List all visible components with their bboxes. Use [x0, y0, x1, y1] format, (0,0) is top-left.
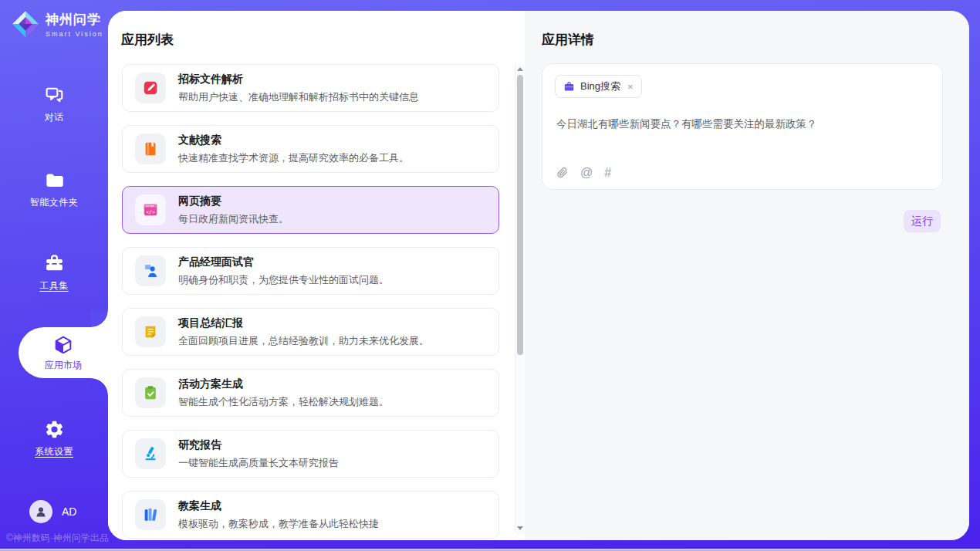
sidebar-item-smart-folder[interactable]: 智能文件夹: [0, 170, 108, 209]
chat-icon: [44, 85, 65, 106]
user-account[interactable]: AD: [29, 500, 76, 523]
microscope-icon: [135, 438, 166, 469]
sidebar: 神州问学 Smart Vision 对话 智能文件夹: [0, 0, 108, 549]
sidebar-item-app-market[interactable]: 应用市场: [19, 327, 108, 378]
app-card-pm-interviewer[interactable]: 产品经理面试官 明确身份和职责，为您提供专业性的面试问题。: [122, 247, 499, 295]
app-card-research-report[interactable]: 研究报告 一键智能生成高质量长文本研究报告: [122, 430, 499, 478]
app-card-text: 招标文件解析 帮助用户快速、准确地理解和解析招标书中的关键信息: [178, 73, 419, 104]
folder-icon: [44, 170, 65, 191]
sidebar-item-toolset[interactable]: 工具集: [0, 253, 108, 292]
books-icon: [135, 499, 166, 530]
interviewer-icon: [135, 255, 166, 286]
app-card-desc: 明确身份和职责，为您提供专业性的面试问题。: [178, 273, 389, 287]
app-card-literature-search[interactable]: 文献搜索 快速精准查找学术资源，提高研究效率的必备工具。: [122, 125, 499, 173]
composer-card: Bing搜索 × 今日湖北有哪些新闻要点？有哪些需要关注的最新政策？ @ #: [542, 63, 943, 190]
edit-document-icon: [135, 73, 166, 103]
active-tab-curve-bottom: [91, 378, 108, 395]
scrollbar-thumb[interactable]: [517, 75, 523, 355]
sidebar-item-label: 应用市场: [45, 359, 82, 372]
sidebar-item-label: 系统设置: [35, 445, 73, 458]
app-list-panel: 应用列表 招标文件解析 帮助用户快速、准确地理解和解析招标书中的关键信息: [108, 11, 525, 540]
app-detail-title: 应用详情: [542, 31, 594, 49]
app-card-desc: 一键智能生成高质量长文本研究报告: [178, 456, 339, 470]
app-window: 神州问学 Smart Vision 对话 智能文件夹: [0, 0, 980, 549]
app-card-title: 项目总结汇报: [178, 316, 429, 330]
tool-chip-label: Bing搜索: [580, 79, 620, 93]
user-initials: AD: [62, 505, 76, 518]
toolbox-icon: [44, 253, 65, 274]
book-icon: [135, 134, 166, 164]
app-card-desc: 每日政府新闻资讯快查。: [178, 212, 289, 226]
brand-logo: 神州问学 Smart Vision: [11, 9, 103, 39]
app-card-title: 研究报告: [178, 438, 339, 452]
app-card-text: 研究报告 一键智能生成高质量长文本研究报告: [178, 438, 339, 470]
copyright-footer: ©神州数码·神州问学出品: [6, 532, 109, 545]
app-card-lesson-plan[interactable]: 教案生成 模板驱动，教案秒成，教学准备从此轻松快捷: [122, 491, 499, 539]
app-card-list: 招标文件解析 帮助用户快速、准确地理解和解析招标书中的关键信息 文献搜索: [122, 64, 499, 540]
sidebar-item-label: 智能文件夹: [30, 196, 79, 209]
app-card-desc: 帮助用户快速、准确地理解和解析招标书中的关键信息: [178, 90, 419, 104]
app-card-bid-document-parsing[interactable]: 招标文件解析 帮助用户快速、准确地理解和解析招标书中的关键信息: [122, 64, 499, 112]
app-card-title: 产品经理面试官: [178, 255, 389, 269]
app-detail-panel: 应用详情 Bing搜索 × 今日湖北有哪些新闻要点？有哪些需要关注的最新政策？: [525, 11, 969, 540]
app-card-event-plan[interactable]: 活动方案生成 智能生成个性化活动方案，轻松解决规划难题。: [122, 369, 499, 417]
hash-icon[interactable]: #: [604, 167, 611, 179]
scroll-down-icon[interactable]: [515, 523, 525, 532]
scroll-up-icon[interactable]: [515, 64, 525, 73]
brand-tagline: Smart Vision: [46, 30, 103, 38]
diamond-gem-icon: [11, 9, 40, 39]
app-card-title: 招标文件解析: [178, 73, 419, 86]
brand-name: 神州问学: [46, 11, 103, 29]
paperclip-icon[interactable]: [556, 166, 569, 179]
app-card-text: 文献搜索 快速精准查找学术资源，提高研究效率的必备工具。: [178, 134, 409, 165]
sidebar-item-settings[interactable]: 系统设置: [0, 419, 108, 458]
app-card-title: 教案生成: [178, 499, 379, 513]
gear-icon: [44, 419, 65, 440]
app-card-text: 活动方案生成 智能生成个性化活动方案，轻松解决规划难题。: [178, 377, 389, 409]
scrollbar[interactable]: [515, 64, 524, 532]
app-card-title: 文献搜索: [178, 134, 409, 147]
chip-close-icon[interactable]: ×: [627, 81, 634, 93]
briefcase-icon: [563, 81, 575, 93]
active-tab-curve-top: [91, 310, 108, 327]
app-list-title: 应用列表: [121, 31, 174, 49]
query-text[interactable]: 今日湖北有哪些新闻要点？有哪些需要关注的最新政策？: [556, 117, 928, 132]
sidebar-item-label: 工具集: [39, 279, 69, 292]
avatar-person-icon: [34, 505, 48, 519]
app-card-desc: 模板驱动，教案秒成，教学准备从此轻松快捷: [178, 517, 379, 531]
sidebar-item-label: 对话: [45, 111, 64, 124]
app-card-desc: 智能生成个性化活动方案，轻松解决规划难题。: [178, 395, 389, 409]
app-card-text: 项目总结汇报 全面回顾项目进展，总结经验教训，助力未来优化发展。: [178, 316, 429, 348]
svg-text:</>: </>: [146, 209, 155, 215]
app-card-project-summary[interactable]: 项目总结汇报 全面回顾项目进展，总结经验教训，助力未来优化发展。: [122, 308, 499, 356]
cube-icon: [52, 334, 74, 356]
app-card-desc: 快速精准查找学术资源，提高研究效率的必备工具。: [178, 151, 409, 165]
app-card-text: 产品经理面试官 明确身份和职责，为您提供专业性的面试问题。: [178, 255, 389, 287]
clipboard-check-icon: [135, 377, 166, 408]
composer-toolbar: @ #: [556, 166, 611, 179]
app-card-desc: 全面回顾项目进展，总结经验教训，助力未来优化发展。: [178, 334, 429, 348]
avatar[interactable]: [29, 500, 52, 523]
run-button[interactable]: 运行: [904, 210, 941, 232]
at-icon[interactable]: @: [580, 167, 593, 179]
tool-chip-bing-search[interactable]: Bing搜索 ×: [555, 75, 642, 98]
app-card-text: 网页摘要 每日政府新闻资讯快查。: [178, 194, 289, 226]
app-card-title: 网页摘要: [178, 194, 289, 208]
app-card-text: 教案生成 模板驱动，教案秒成，教学准备从此轻松快捷: [178, 499, 379, 531]
note-document-icon: [135, 316, 166, 347]
app-card-web-summary[interactable]: </> 网页摘要 每日政府新闻资讯快查。: [122, 186, 499, 234]
sidebar-item-chat[interactable]: 对话: [0, 85, 108, 124]
app-card-title: 活动方案生成: [178, 377, 389, 391]
web-code-icon: </>: [135, 194, 166, 225]
content-area: 应用列表 招标文件解析 帮助用户快速、准确地理解和解析招标书中的关键信息: [108, 11, 969, 540]
